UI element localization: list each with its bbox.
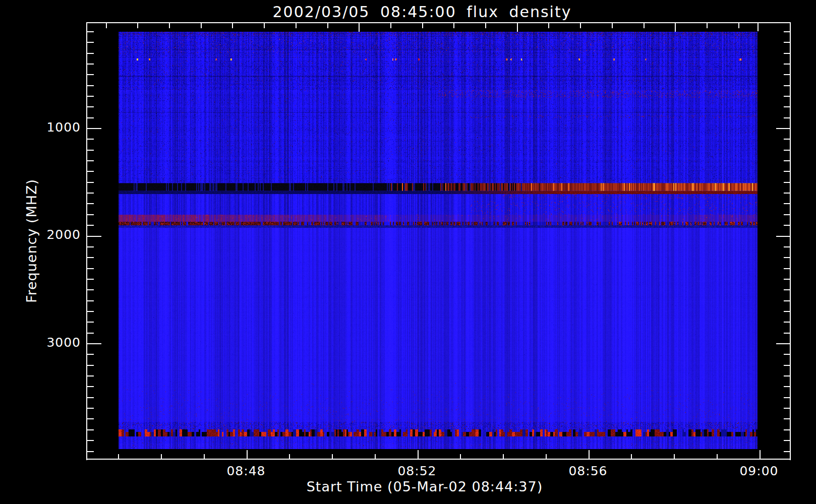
- y-axis-line-left: [86, 22, 87, 460]
- axis-tick: [87, 96, 94, 97]
- axis-tick: [87, 311, 94, 312]
- axis-tick: [784, 429, 790, 430]
- axis-tick: [548, 23, 549, 28]
- axis-tick: [87, 74, 94, 75]
- axis-tick: [784, 171, 790, 172]
- axis-tick: [784, 418, 790, 419]
- axis-tick: [87, 203, 94, 204]
- plot-title: 2002/03/05 08:45:00 flux density: [87, 3, 757, 21]
- y-tick-label: 3000: [0, 335, 81, 350]
- axis-tick: [784, 257, 790, 258]
- axis-tick: [784, 311, 790, 312]
- axis-tick: [87, 343, 101, 344]
- axis-tick: [201, 23, 202, 28]
- axis-tick: [264, 23, 265, 28]
- axis-tick: [87, 106, 94, 107]
- axis-tick: [460, 454, 461, 459]
- axis-tick: [784, 64, 790, 65]
- axis-tick: [87, 289, 94, 290]
- axis-tick: [87, 386, 94, 387]
- axis-tick: [580, 23, 581, 28]
- axis-tick: [784, 106, 790, 107]
- axis-tick: [87, 42, 94, 43]
- axis-tick: [87, 53, 94, 54]
- axis-tick: [87, 300, 94, 301]
- axis-tick: [87, 236, 101, 237]
- axis-tick: [757, 23, 759, 31]
- axis-tick: [644, 23, 645, 28]
- axis-tick: [631, 454, 632, 459]
- axis-tick: [784, 150, 790, 151]
- axis-tick: [784, 354, 790, 355]
- axis-tick: [87, 354, 94, 355]
- axis-tick: [87, 128, 101, 129]
- axis-tick: [784, 193, 790, 194]
- axis-tick: [87, 322, 94, 323]
- axis-tick: [784, 451, 790, 452]
- axis-tick: [784, 117, 790, 118]
- axis-tick: [784, 397, 790, 398]
- axis-tick: [784, 386, 790, 387]
- axis-tick: [707, 23, 708, 28]
- axis-tick: [247, 450, 248, 459]
- axis-tick: [784, 42, 790, 43]
- axis-tick: [87, 150, 94, 151]
- axis-tick: [87, 268, 94, 269]
- axis-tick: [784, 333, 790, 334]
- axis-tick: [118, 454, 119, 459]
- spectrogram-image: [119, 32, 757, 449]
- axis-tick: [738, 23, 739, 28]
- axis-tick: [784, 31, 790, 32]
- axis-tick: [503, 454, 504, 459]
- axis-tick: [106, 23, 107, 28]
- axis-tick: [517, 23, 518, 32]
- axis-tick: [327, 23, 328, 28]
- axis-tick: [87, 408, 94, 409]
- axis-tick: [87, 429, 94, 430]
- axis-tick: [784, 365, 790, 366]
- axis-tick: [87, 365, 94, 366]
- axis-tick: [87, 171, 94, 172]
- axis-tick: [784, 74, 790, 75]
- axis-tick: [784, 214, 790, 215]
- axis-tick: [359, 23, 360, 32]
- axis-tick: [87, 397, 94, 398]
- axis-tick: [87, 139, 94, 140]
- axis-tick: [784, 96, 790, 97]
- x-tick-label: 08:52: [382, 464, 452, 478]
- axis-tick: [169, 23, 170, 28]
- axis-tick: [784, 440, 790, 441]
- axis-tick: [674, 454, 675, 459]
- x-axis-line-top: [86, 22, 791, 23]
- axis-tick: [87, 182, 94, 183]
- axis-tick: [784, 182, 790, 183]
- x-tick-label: 09:00: [724, 464, 794, 478]
- y-tick-label: 1000: [0, 120, 81, 135]
- axis-tick: [390, 23, 391, 28]
- x-tick-label: 08:56: [553, 464, 623, 478]
- axis-tick: [776, 128, 790, 129]
- axis-tick: [87, 64, 94, 65]
- axis-tick: [161, 454, 162, 459]
- axis-tick: [784, 203, 790, 204]
- axis-tick: [784, 279, 790, 280]
- axis-tick: [87, 279, 94, 280]
- axis-tick: [87, 85, 94, 86]
- axis-tick: [784, 322, 790, 323]
- axis-tick: [760, 450, 761, 459]
- axis-tick: [784, 268, 790, 269]
- axis-tick: [784, 408, 790, 409]
- axis-tick: [87, 117, 94, 118]
- axis-tick: [675, 23, 676, 32]
- axis-tick: [87, 225, 94, 226]
- axis-tick: [332, 454, 333, 459]
- axis-tick: [784, 85, 790, 86]
- axis-tick: [776, 343, 790, 344]
- axis-tick: [289, 454, 290, 459]
- axis-tick: [784, 300, 790, 301]
- x-tick-label: 08:48: [211, 464, 281, 478]
- axis-tick: [87, 246, 94, 247]
- axis-tick: [422, 23, 423, 28]
- x-axis-line-bottom: [86, 459, 791, 460]
- axis-tick: [546, 454, 547, 459]
